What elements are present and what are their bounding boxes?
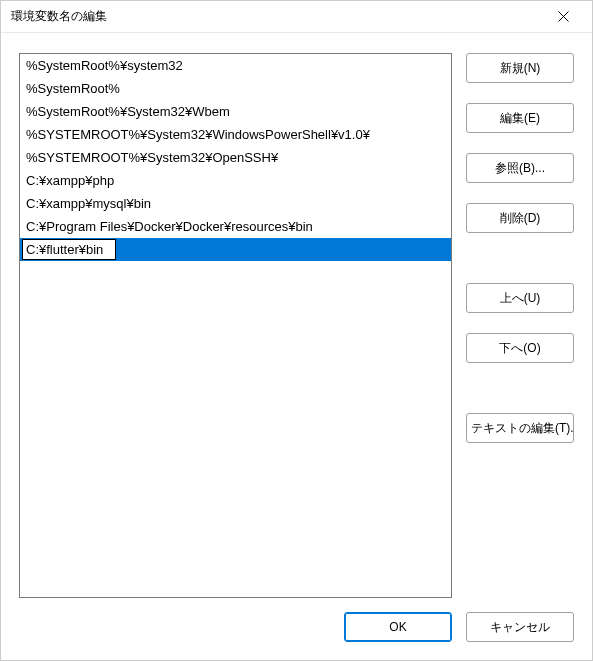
window-title: 環境変数名の編集 xyxy=(11,8,542,25)
ok-button[interactable]: OK xyxy=(344,612,452,642)
edit-button[interactable]: 編集(E) xyxy=(466,103,574,133)
list-item[interactable]: %SYSTEMROOT%¥System32¥WindowsPowerShell¥… xyxy=(20,123,451,146)
path-edit-input[interactable] xyxy=(22,239,116,260)
cancel-button[interactable]: キャンセル xyxy=(466,612,574,642)
list-item[interactable]: %SystemRoot% xyxy=(20,77,451,100)
move-down-button[interactable]: 下へ(O) xyxy=(466,333,574,363)
edit-text-button[interactable]: テキストの編集(T)... xyxy=(466,413,574,443)
content-area: %SystemRoot%¥system32%SystemRoot%%System… xyxy=(1,33,592,608)
list-item[interactable]: %SystemRoot%¥System32¥Wbem xyxy=(20,100,451,123)
delete-button[interactable]: 削除(D) xyxy=(466,203,574,233)
titlebar: 環境変数名の編集 xyxy=(1,1,592,33)
side-buttons: 新規(N) 編集(E) 参照(B)... 削除(D) 上へ(U) 下へ(O) テ… xyxy=(466,53,574,598)
list-item[interactable]: C:¥xampp¥php xyxy=(20,169,451,192)
bottom-bar: OK キャンセル xyxy=(1,608,592,660)
list-item[interactable]: %SYSTEMROOT%¥System32¥OpenSSH¥ xyxy=(20,146,451,169)
path-list[interactable]: %SystemRoot%¥system32%SystemRoot%%System… xyxy=(19,53,452,598)
list-item[interactable] xyxy=(20,238,451,261)
new-button[interactable]: 新規(N) xyxy=(466,53,574,83)
list-item[interactable]: C:¥Program Files¥Docker¥Docker¥resources… xyxy=(20,215,451,238)
close-icon xyxy=(558,11,569,22)
move-up-button[interactable]: 上へ(U) xyxy=(466,283,574,313)
browse-button[interactable]: 参照(B)... xyxy=(466,153,574,183)
list-item[interactable]: C:¥xampp¥mysql¥bin xyxy=(20,192,451,215)
dialog-window: 環境変数名の編集 %SystemRoot%¥system32%SystemRoo… xyxy=(0,0,593,661)
list-item[interactable]: %SystemRoot%¥system32 xyxy=(20,54,451,77)
close-button[interactable] xyxy=(542,3,584,31)
